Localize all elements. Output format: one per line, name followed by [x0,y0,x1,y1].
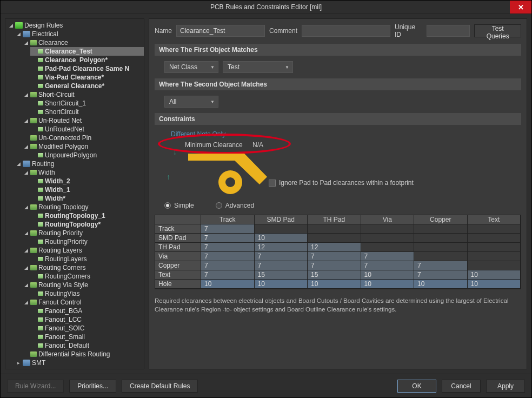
grid-cell[interactable]: 7 [308,261,361,270]
tree-item[interactable]: UnRoutedNet [30,125,144,134]
grid-cell [414,224,468,234]
grid-cell[interactable]: 7 [201,252,255,261]
tree-item[interactable]: RoutingCorners [30,272,144,281]
grid-cell[interactable]: 7 [201,270,255,280]
grid-cell[interactable]: 10 [414,280,468,289]
tree-item[interactable]: Fanout_Default [30,341,144,350]
grid-cell[interactable]: 7 [201,224,255,234]
grid-row-header: Copper [155,261,201,270]
rule-wizard-button[interactable]: Rule Wizard... [7,380,64,393]
test-queries-button[interactable]: Test Queries [474,24,521,37]
ignore-pad-checkbox-row[interactable]: Ignore Pad to Pad clearances within a fo… [269,179,414,187]
rules-tree[interactable]: ◢Design Rules ◢Electrical ◢Clearance Cle… [5,18,144,369]
tree-item[interactable]: RoutingLayers [30,255,144,263]
grid-cell[interactable]: 7 [361,261,415,270]
grid-cell[interactable]: 7 [201,234,255,243]
tree-item[interactable]: Via-Pad Clearance* [30,73,144,82]
grid-cell[interactable]: 10 [308,280,361,289]
tree-unrouted[interactable]: ◢Un-Routed Net [23,116,144,125]
tree-item[interactable]: Width_2 [30,177,144,185]
grid-cell[interactable]: 10 [255,280,308,289]
name-input[interactable] [176,25,265,37]
grid-cell[interactable]: 10 [361,280,415,289]
grid-cell [468,252,521,261]
name-label: Name [155,27,172,35]
tree-item[interactable]: RoutingTopology_1 [30,211,144,220]
apply-button[interactable]: Apply [486,380,525,393]
tree-rprio[interactable]: ◢Routing Priority [23,229,144,237]
grid-cell[interactable]: 10 [201,280,255,289]
tree-rcorners[interactable]: ◢Routing Corners [23,263,144,272]
tree-item[interactable]: General Clearance* [30,82,144,90]
grid-cell[interactable]: 10 [468,280,521,289]
grid-cell[interactable]: 7 [255,252,308,261]
tree-item[interactable]: Pad-Pad Clearance Same N [30,64,144,73]
first-object-type-combo[interactable]: Net Class▼ [164,61,218,73]
grid-cell[interactable]: 7 [255,261,308,270]
grid-cell[interactable]: 7 [201,261,255,270]
grid-cell[interactable]: 10 [255,234,308,243]
tree-item[interactable]: ShortCircuit_1 [30,99,144,108]
uniqueid-input[interactable] [427,25,470,37]
tree-item[interactable]: RoutingVias [30,289,144,298]
grid-cell[interactable]: 10 [361,270,415,280]
editor-window: PCB Rules and Constraints Editor [mil] ✕… [0,0,532,398]
tree-fanout[interactable]: ◢Fanout Control [23,298,144,307]
grid-col-header: Track [201,215,255,224]
tree-width[interactable]: ◢Width [23,168,144,177]
grid-cell [468,224,521,234]
footer: Rule Wizard... Priorities... Create Defa… [1,374,531,397]
grid-cell[interactable]: 12 [308,243,361,252]
grid-cell[interactable]: 15 [255,270,308,280]
mode-advanced-radio[interactable]: Advanced [216,202,254,209]
cancel-button[interactable]: Cancel [442,380,481,393]
tree-root[interactable]: ◢Design Rules [8,21,144,30]
tree-item[interactable]: Width_1 [30,185,144,194]
tree-item[interactable]: Fanout_Small [30,333,144,341]
grid-cell[interactable]: 7 [201,243,255,252]
tree-item[interactable]: RoutingTopology* [30,220,144,229]
tree-item-clearance-test[interactable]: Clearance_Test [30,47,144,56]
dimension-arrow-icon: ↓ [173,148,177,156]
tree-clearance[interactable]: ◢Clearance [23,38,144,47]
grid-cell[interactable]: 10 [468,270,521,280]
tree-short-circuit[interactable]: ◢Short-Circuit [23,90,144,99]
folder-icon [15,22,23,29]
tree-item[interactable]: Width* [30,194,144,203]
ignore-pad-label: Ignore Pad to Pad clearances within a fo… [279,179,414,187]
tree-smt[interactable]: ▸SMT [15,359,144,367]
tree-modpoly[interactable]: ◢Modified Polygon [23,142,144,151]
tree-item[interactable]: RoutingPriority [30,237,144,246]
tree-item[interactable]: Fanout_LCC [30,315,144,324]
ok-button[interactable]: OK [397,380,436,393]
tree-item[interactable]: ShortCircuit [30,108,144,116]
grid-cell[interactable]: 7 [308,252,361,261]
mode-simple-radio[interactable]: Simple [164,202,194,209]
tree-item[interactable]: Clearance_Polygon* [30,56,144,64]
first-object-value-combo[interactable]: Test▼ [223,61,293,73]
chevron-down-icon: ▼ [210,100,215,104]
checkbox[interactable] [269,180,276,187]
create-default-rules-button[interactable]: Create Default Rules [122,380,198,393]
priorities-button[interactable]: Priorities... [69,380,116,393]
tree-rvia[interactable]: ◢Routing Via Style [23,281,144,289]
tree-item[interactable]: UnpouredPolygon [30,151,144,160]
tree-item[interactable]: Fanout_SOIC [30,324,144,333]
tree-diffpair[interactable]: Differential Pairs Routing [23,350,144,359]
comment-input[interactable] [302,25,390,37]
grid-cell[interactable]: 12 [255,243,308,252]
tree-unconnected[interactable]: Un-Connected Pin [23,134,144,142]
close-button[interactable]: ✕ [510,1,531,14]
grid-cell[interactable]: 7 [361,252,415,261]
tree-rtopo[interactable]: ◢Routing Topology [23,203,144,211]
radio-icon [164,202,171,209]
grid-cell [468,234,521,243]
tree-routing[interactable]: ◢Routing [15,160,144,168]
tree-rlayers[interactable]: ◢Routing Layers [23,246,144,255]
second-object-type-combo[interactable]: All▼ [164,96,218,108]
tree-electrical[interactable]: ◢Electrical [15,30,144,38]
grid-cell[interactable]: 7 [414,261,468,270]
grid-cell[interactable]: 15 [308,270,361,280]
tree-item[interactable]: Fanout_BGA [30,307,144,315]
grid-cell[interactable]: 7 [414,270,468,280]
